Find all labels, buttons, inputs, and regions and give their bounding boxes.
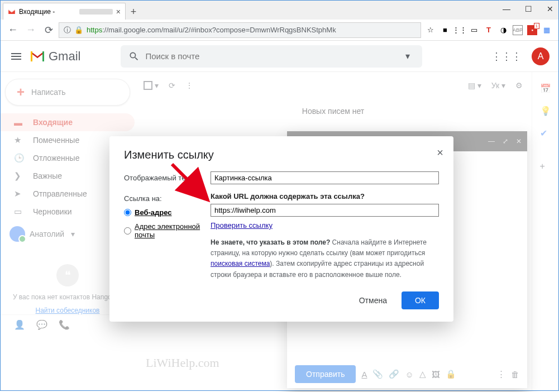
tab-title: Входящие - bbox=[19, 8, 76, 16]
radio-web-address[interactable]: Веб-адрес bbox=[124, 208, 211, 217]
linkto-label: Ссылка на: bbox=[124, 192, 211, 203]
gmail-brand-text: Gmail bbox=[49, 49, 80, 64]
url-text: ://mail.google.com/mail/u/2/#inbox?compo… bbox=[102, 26, 336, 34]
address-bar[interactable]: ⓘ 🔒 https://mail.google.com/mail/u/2/#in… bbox=[59, 22, 421, 38]
extensions-bar: ☆ ■ ⋮⋮ ▭ T ◑ ABP ▪1 ▦ bbox=[423, 25, 554, 35]
dialog-close-icon[interactable]: × bbox=[437, 146, 443, 159]
menu-icon[interactable] bbox=[9, 50, 23, 63]
forward-button[interactable]: → bbox=[23, 22, 39, 38]
gmail-logo-icon bbox=[30, 50, 45, 63]
ok-button[interactable]: ОК bbox=[402, 291, 439, 309]
search-box[interactable]: ▾ bbox=[121, 45, 422, 68]
apps-icon[interactable]: ⋮⋮⋮ bbox=[491, 50, 522, 63]
radio-email-address[interactable]: Адрес электронной почты bbox=[124, 222, 211, 239]
search-icon bbox=[128, 51, 140, 62]
display-text-label: Отображаемый текст: bbox=[124, 171, 211, 182]
search-input[interactable] bbox=[145, 51, 395, 61]
ext-t-icon[interactable]: T bbox=[484, 25, 494, 35]
edit-link-dialog: × Изменить ссылку Отображаемый текст: Сс… bbox=[109, 136, 453, 322]
url-input[interactable] bbox=[211, 204, 439, 217]
tab-close-icon[interactable]: × bbox=[116, 7, 121, 16]
radio-email-input[interactable] bbox=[124, 227, 131, 235]
hint-lead: Не знаете, что указать в этом поле? bbox=[211, 238, 330, 246]
abp-icon[interactable]: ABP bbox=[513, 25, 523, 35]
dialog-title: Изменить ссылку bbox=[124, 149, 439, 161]
url-scheme: https bbox=[87, 26, 102, 34]
reload-button[interactable]: ⟳ bbox=[41, 22, 56, 38]
close-window-button[interactable]: ✕ bbox=[547, 4, 553, 13]
display-text-input[interactable] bbox=[211, 171, 439, 184]
new-tab-button[interactable]: + bbox=[126, 4, 141, 20]
lock-icon: 🔒 bbox=[74, 26, 83, 34]
ext-icon[interactable]: ▭ bbox=[469, 25, 479, 35]
ext-badge-icon[interactable]: ▪1 bbox=[527, 25, 537, 35]
ext-icon[interactable]: ▦ bbox=[542, 25, 552, 35]
ext-icon[interactable]: ⋮⋮ bbox=[455, 25, 465, 35]
back-button[interactable]: ← bbox=[5, 22, 21, 38]
browser-tab[interactable]: Входящие - × bbox=[3, 3, 126, 20]
ext-icon[interactable]: ■ bbox=[440, 25, 450, 35]
gmail-favicon-icon bbox=[8, 8, 16, 16]
url-question: Какой URL должна содержать эта ссылка? bbox=[211, 192, 439, 200]
search-dropdown-icon[interactable]: ▾ bbox=[401, 51, 414, 61]
info-icon: ⓘ bbox=[64, 25, 71, 35]
tab-title-blur bbox=[79, 9, 113, 15]
star-icon[interactable]: ☆ bbox=[426, 25, 436, 35]
cancel-button[interactable]: Отмена bbox=[352, 291, 394, 309]
radio-web-input[interactable] bbox=[124, 209, 131, 216]
radio-email-label: Адрес электронной почты bbox=[135, 222, 211, 239]
maximize-button[interactable]: ☐ bbox=[525, 4, 532, 13]
minimize-button[interactable]: — bbox=[503, 4, 510, 13]
hint-search-link[interactable]: поисковая система bbox=[211, 260, 270, 267]
ext-icon[interactable]: ◑ bbox=[498, 25, 508, 35]
gmail-logo[interactable]: Gmail bbox=[30, 49, 80, 64]
radio-web-label: Веб-адрес bbox=[135, 208, 172, 217]
account-avatar[interactable]: A bbox=[532, 47, 550, 65]
hint-block: Не знаете, что указать в этом поле? Снач… bbox=[211, 237, 439, 280]
test-link[interactable]: Проверить ссылку bbox=[211, 221, 273, 230]
